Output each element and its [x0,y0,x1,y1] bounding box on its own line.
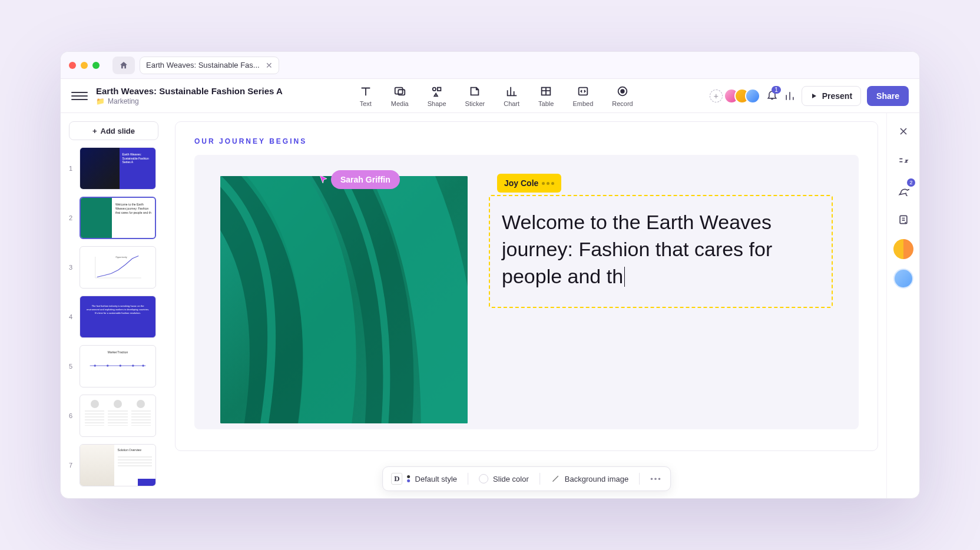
more-options-button[interactable]: ••• [650,475,662,483]
svg-point-12 [94,365,96,366]
slide-color-button[interactable]: Slide color [479,474,529,483]
tool-media[interactable]: Media [391,85,409,107]
maximize-window-icon[interactable] [92,62,100,69]
top-toolbar: Earth Weaves: Sustainable Fashion Series… [61,79,919,113]
sticker-icon [468,85,481,98]
doc-folder[interactable]: 📁 Marketing [96,97,283,105]
text-cursor [624,267,625,287]
traffic-lights [69,62,100,69]
style-icon: D [391,473,402,485]
notes-button[interactable] [893,210,913,230]
close-window-icon[interactable] [69,62,76,69]
tool-chart[interactable]: Chart [504,85,519,107]
svg-point-13 [107,365,108,366]
chart-icon [505,85,518,98]
minimize-window-icon[interactable] [81,62,88,69]
slide-thumb-3[interactable]: Opportunity [80,246,156,289]
canvas-wrap: OUR JOURNEY BEGINS Sarah Griffin [167,113,886,498]
home-button[interactable] [112,57,135,74]
close-tab-icon[interactable]: ✕ [266,61,273,70]
svg-point-7 [621,90,624,93]
cursor-icon [318,174,329,185]
right-controls: + 1 Present Share [710,86,909,106]
notes-icon [898,214,909,226]
design-button[interactable] [893,121,913,141]
svg-point-2 [432,87,436,91]
folder-icon: 📁 [96,97,105,105]
doc-info: Earth Weaves: Sustainable Fashion Series… [96,86,283,105]
slide-thumb-row: 5 Market Traction [69,345,158,387]
svg-rect-5 [578,87,587,95]
comments-button[interactable]: 2 [893,180,913,200]
slide-canvas[interactable]: OUR JOURNEY BEGINS Sarah Griffin [175,121,878,451]
text-frame[interactable]: Welcome to the Earth Weaves journey: Fas… [489,195,833,308]
animations-icon [898,155,909,167]
svg-line-18 [552,476,558,481]
color-swatch-icon [479,474,488,483]
slide-thumb-row: 4 The fast fashion industry is wreaking … [69,296,158,338]
share-button[interactable]: Share [867,86,909,106]
image-icon [551,474,560,483]
slide-toolbar: D Default style Slide color Background i… [382,466,671,491]
slide-thumb-row: 2 Welcome to the Earth Weaves journey: F… [69,197,158,239]
notifications-button[interactable]: 1 [766,89,778,103]
add-slide-button[interactable]: + Add slide [69,121,158,140]
present-button[interactable]: Present [802,86,861,106]
window-titlebar: Earth Weaves: Sustainable Fas... ✕ [61,52,919,79]
separator [639,473,640,485]
plus-icon: + [92,127,97,135]
separator [539,473,540,485]
slide-thumb-row: 3 Opportunity [69,246,158,289]
collaborator-cursor: Sarah Griffin [318,170,400,189]
tool-text[interactable]: Text [359,85,372,107]
comments-badge: 2 [907,178,915,187]
svg-rect-3 [438,87,441,91]
cursor-user-label: Sarah Griffin [331,170,400,189]
design-icon [898,125,909,137]
slide-thumb-7[interactable]: Solution Overview [80,444,156,486]
analytics-icon[interactable] [784,90,796,102]
collaborator-avatars[interactable] [729,88,760,104]
slide-thumb-row: 7 Solution Overview [69,444,158,486]
tool-sticker[interactable]: Sticker [465,85,485,107]
slide-body-text[interactable]: Welcome to the Earth Weaves journey: Fas… [502,209,820,290]
tool-palette: Text Media Shape Sticker Chart Table [283,85,710,107]
theme-button[interactable] [893,239,913,259]
text-icon [359,85,372,98]
slide-image[interactable] [220,176,468,423]
shape-icon [431,85,443,98]
record-icon [616,85,629,98]
right-rail: 2 [886,113,919,498]
home-icon [119,61,128,70]
tool-table[interactable]: Table [538,85,554,107]
slide-thumb-2[interactable]: Welcome to the Earth Weaves journey: Fas… [80,197,156,239]
typing-indicator-icon [542,182,554,185]
tool-record[interactable]: Record [612,85,633,107]
slide-text-block: Joy Cole Welcome to the Earth Weaves jou… [489,176,833,408]
menu-button[interactable] [71,88,88,104]
svg-text:Opportunity: Opportunity [115,256,127,259]
default-style-button[interactable]: D Default style [391,473,457,485]
slide-thumb-4[interactable]: The fast fashion industry is wreaking ha… [80,296,156,338]
editing-user-tag: Joy Cole [497,174,561,193]
user-avatar-button[interactable] [893,269,913,289]
workspace: + Add slide 1 Earth Weaves:Sustainable F… [61,113,919,498]
slide-eyebrow[interactable]: OUR JOURNEY BEGINS [194,137,859,145]
slide-thumb-5[interactable]: Market Traction [80,345,156,387]
doc-title[interactable]: Earth Weaves: Sustainable Fashion Series… [96,86,283,96]
animations-button[interactable] [893,151,913,171]
document-tab[interactable]: Earth Weaves: Sustainable Fas... ✕ [140,57,279,74]
slide-thumb-6[interactable] [80,395,156,437]
tab-title: Earth Weaves: Sustainable Fas... [146,61,260,69]
notifications-badge: 1 [772,86,781,94]
slide-thumb-row: 1 Earth Weaves:Sustainable FashionSeries… [69,147,158,190]
tool-shape[interactable]: Shape [428,85,446,107]
play-icon [810,92,817,100]
tool-embed[interactable]: Embed [572,85,593,107]
slide-body: Sarah Griffin [194,155,859,429]
slide-panel[interactable]: + Add slide 1 Earth Weaves:Sustainable F… [61,113,167,498]
add-collaborator-button[interactable]: + [710,90,723,102]
slide-thumb-row: 6 [69,395,158,437]
background-image-button[interactable]: Background image [551,474,628,483]
slide-thumb-1[interactable]: Earth Weaves:Sustainable FashionSeries A [80,147,156,190]
